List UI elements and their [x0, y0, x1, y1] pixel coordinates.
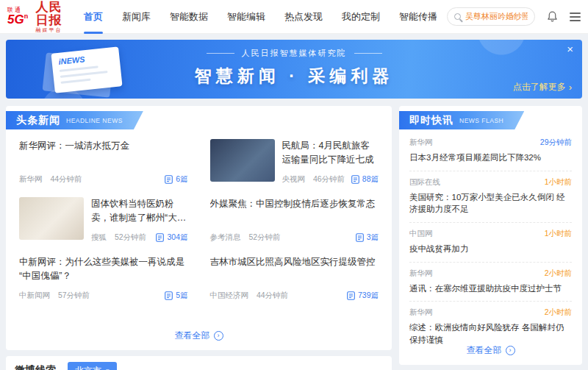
arrow-circle-icon: ›	[506, 346, 515, 355]
flash-view-all-link[interactable]: 查看全部 ›	[399, 344, 582, 357]
flash-source: 新华网	[409, 138, 433, 148]
topbar-actions: 吴尊林丽吟婚纱照	[447, 7, 581, 26]
document-icon	[156, 233, 164, 242]
news-source: 新华网	[19, 174, 43, 183]
headline-item[interactable]: 固体饮料当特医奶粉卖，谁制造了郴州“大头娃娃” 搜狐 52分钟前 304篇	[19, 197, 188, 243]
article-count[interactable]: 5篇	[165, 291, 187, 301]
banner-title: 智慧新闻 · 采编利器	[6, 65, 582, 88]
headline-view-all-link[interactable]: 查看全部 ›	[6, 330, 392, 342]
flash-section-header: 即时快讯 NEWS FLASH	[399, 111, 524, 129]
flash-item[interactable]: 新华网 29分钟前 日本3月经常项目顺差同比下降32%	[409, 132, 572, 171]
flash-title-heading: 即时快讯	[409, 114, 453, 127]
arrow-circle-icon: ›	[214, 331, 223, 341]
news-source: 搜狐	[91, 232, 107, 241]
news-title[interactable]: 吉林市城区比照高风险地区实行提级管控	[210, 255, 379, 269]
city-selector[interactable]: 北京市 ▾	[68, 362, 117, 370]
headline-item[interactable]: 中新网评：为什么这些美媒被一再说成是“中国傀儡”？ 中新闻网 57分钟前 5篇	[19, 255, 188, 301]
news-time: 52分钟前	[115, 232, 146, 241]
nav-home[interactable]: 首页	[84, 0, 103, 34]
news-source: 央视网	[282, 174, 306, 183]
flash-subtitle: NEWS FLASH	[459, 117, 503, 124]
main-nav: 首页 新闻库 智能数据 智能编辑 热点发现 我的定制 智能传播	[74, 0, 447, 34]
close-icon[interactable]: ×	[567, 43, 573, 54]
flash-time: 1小时前	[545, 177, 572, 188]
peoples-daily-logo: 人民日报 融媒平台	[35, 1, 62, 32]
document-icon	[165, 291, 173, 300]
flash-time: 2小时前	[545, 307, 572, 318]
chevron-down-icon: ▾	[106, 367, 110, 370]
news-title[interactable]: 固体饮料当特医奶粉卖，谁制造了郴州“大头娃娃”	[91, 197, 188, 225]
search-hotword[interactable]: 吴尊林丽吟婚纱照	[465, 11, 528, 22]
news-source: 中国经济网	[210, 291, 249, 299]
news-time: 57分钟前	[58, 291, 90, 299]
search-icon	[454, 13, 461, 20]
news-source: 中新闻网	[19, 291, 50, 299]
nav-smart-data[interactable]: 智能数据	[170, 0, 208, 34]
article-count[interactable]: 304篇	[156, 232, 187, 243]
unicom-5g-logo: 联通 5Gn	[7, 7, 28, 26]
news-title[interactable]: 民航局：4月民航旅客运输量同比下降近七成	[282, 139, 379, 167]
news-meta: 搜狐 52分钟前	[91, 232, 146, 243]
flash-item[interactable]: 国际在线 1小时前 美国研究：10万家小型美企已永久倒闭 经济援助力度不足	[409, 171, 572, 223]
nav-smart-spread[interactable]: 智能传播	[399, 0, 437, 34]
headline-grid: 新华网评：一城清水抵万金 新华网 44分钟前 6篇	[6, 129, 392, 301]
news-time: 46分钟前	[313, 174, 345, 183]
headline-title: 头条新闻	[16, 114, 60, 127]
headline-item[interactable]: 吉林市城区比照高风险地区实行提级管控 中国经济网 44分钟前 739篇	[210, 255, 379, 301]
nav-my-custom[interactable]: 我的定制	[342, 0, 380, 34]
nav-news-library[interactable]: 新闻库	[122, 0, 151, 34]
flash-news-title[interactable]: 综述：欧洲疫情向好风险犹存 各国解封仍保持谨慎	[409, 321, 572, 346]
news-meta: 中国经济网 44分钟前	[210, 291, 289, 301]
headline-item[interactable]: 民航局：4月民航旅客运输量同比下降近七成 央视网 46分钟前 88篇	[210, 139, 379, 185]
news-meta: 央视网 46分钟前	[282, 174, 345, 185]
flash-news-title[interactable]: 日本3月经常项目顺差同比下降32%	[409, 152, 572, 164]
headline-section-header: 头条新闻 HEADLINE NEWS	[6, 111, 143, 129]
flash-news-title[interactable]: 通讯：在塞尔维亚援助抗疫中度过护士节	[409, 282, 572, 295]
headline-news-panel: 头条新闻 HEADLINE NEWS 新华网评：一城清水抵万金 新华网 44分钟…	[6, 106, 392, 350]
news-title[interactable]: 新华网评：一城清水抵万金	[19, 139, 188, 153]
flash-list: 新华网 29分钟前 日本3月经常项目顺差同比下降32% 国际在线 1小时前 美国…	[399, 132, 582, 353]
headline-item[interactable]: 外媒聚焦：中国控制疫情后逐步恢复常态 参考消息 52分钟前 3篇	[210, 197, 379, 243]
document-icon	[165, 175, 173, 184]
banner-subtitle: 人民日报智慧媒体研究院	[6, 48, 582, 59]
flash-time: 2小时前	[545, 268, 572, 279]
document-icon	[347, 291, 355, 300]
news-meta: 参考消息 52分钟前	[210, 232, 281, 243]
arrow-right-icon: ›	[569, 82, 572, 92]
article-count[interactable]: 6篇	[165, 174, 187, 185]
flash-news-title[interactable]: 美国研究：10万家小型美企已永久倒闭 经济援助力度不足	[409, 191, 572, 216]
logo-5g-text: 5G	[7, 13, 24, 26]
news-thumbnail[interactable]	[19, 197, 84, 240]
flash-news-title[interactable]: 疫中战贫再加力	[409, 243, 572, 255]
top-navigation-bar: 联通 5Gn 人民日报 融媒平台 首页 新闻库 智能数据 智能编辑 热点发现 我…	[0, 0, 588, 34]
nav-hot-discovery[interactable]: 热点发现	[284, 0, 323, 34]
paper-logo-text: 人民日报	[35, 1, 62, 27]
article-count[interactable]: 739篇	[347, 291, 379, 301]
logo-5g-sup: n	[24, 13, 29, 20]
article-count[interactable]: 88篇	[351, 174, 379, 185]
flash-time: 29分钟前	[540, 138, 572, 148]
flash-time: 1小时前	[545, 229, 572, 239]
news-meta: 新华网 44分钟前	[19, 174, 82, 185]
promo-banner[interactable]: iNEWS 人民日报智慧媒体研究院 智慧新闻 · 采编利器 × 点击了解更多›	[6, 40, 582, 99]
banner-cta-link[interactable]: 点击了解更多›	[513, 81, 572, 93]
search-box[interactable]: 吴尊林丽吟婚纱照	[447, 7, 535, 26]
news-meta: 中新闻网 57分钟前	[19, 291, 90, 301]
news-thumbnail[interactable]	[210, 139, 275, 182]
flash-item[interactable]: 中国网 1小时前 疫中战贫再加力	[409, 223, 572, 263]
headline-subtitle: HEADLINE NEWS	[66, 117, 123, 124]
article-count[interactable]: 3篇	[356, 232, 379, 243]
news-title[interactable]: 外媒聚焦：中国控制疫情后逐步恢复常态	[210, 197, 379, 211]
weibo-clues-bar: 微博线索 北京市 ▾	[6, 356, 392, 370]
news-title[interactable]: 中新网评：为什么这些美媒被一再说成是“中国傀儡”？	[19, 255, 188, 283]
news-time: 44分钟前	[257, 291, 288, 299]
flash-item[interactable]: 新华网 2小时前 通讯：在塞尔维亚援助抗疫中度过护士节	[409, 263, 572, 302]
headline-item[interactable]: 新华网评：一城清水抵万金 新华网 44分钟前 6篇	[19, 139, 188, 185]
menu-icon[interactable]	[570, 13, 581, 21]
flash-source: 中国网	[409, 229, 433, 239]
document-icon	[356, 233, 364, 242]
news-time: 52分钟前	[248, 232, 280, 241]
nav-smart-editing[interactable]: 智能编辑	[227, 0, 265, 34]
notification-bell-icon[interactable]	[546, 10, 559, 23]
news-flash-panel: 即时快讯 NEWS FLASH 新华网 29分钟前 日本3月经常项目顺差同比下降…	[399, 106, 582, 365]
